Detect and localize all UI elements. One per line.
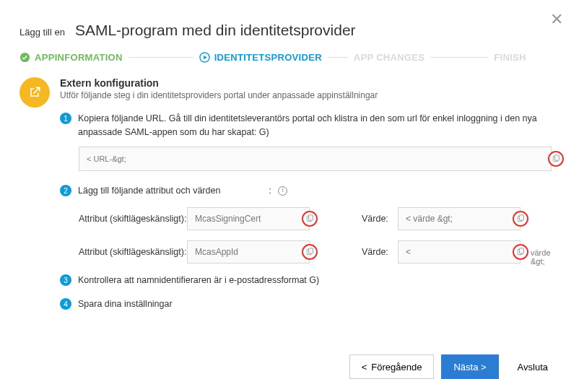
attribute-2-input[interactable] (187, 240, 310, 263)
attribute-label: Attribut (skiftlägeskänsligt): (79, 214, 187, 224)
step-number-1: 1 (60, 113, 71, 124)
copy-val2-button[interactable] (513, 244, 528, 260)
wizard-steps: APPINFORMATION IDENTITETSPROVIDER APP CH… (19, 52, 560, 63)
copy-attr2-button[interactable] (302, 244, 318, 260)
header-prefix: Lägg till en (19, 27, 65, 38)
wizard-step-label: APPINFORMATION (35, 52, 123, 63)
wizard-step-finish: FINISH (494, 52, 526, 63)
copy-icon (516, 248, 525, 256)
wizard-step-idp: IDENTITETSPROVIDER (199, 52, 322, 63)
info-icon[interactable]: i (278, 186, 287, 196)
next-button[interactable]: Nästa > (441, 354, 498, 379)
svg-rect-7 (520, 215, 524, 221)
wizard-step-appinfo: APPINFORMATION (19, 52, 123, 63)
step-4-text: Spara dina inställningar (78, 297, 173, 311)
step-number-2: 2 (60, 185, 71, 196)
section-subtitle: Utför följande steg i din identitetsprov… (60, 90, 560, 100)
step-3-text: Kontrollera att namnidentifieraren är i … (78, 274, 319, 287)
copy-url-button[interactable] (548, 151, 564, 167)
chevron-left-icon: < (362, 362, 367, 373)
step-2-text: Lägg till följande attribut och värden :… (78, 184, 287, 198)
cancel-button-label: Avsluta (518, 362, 548, 373)
check-icon (19, 52, 30, 63)
previous-button-label: Föregående (371, 362, 422, 373)
next-button-label: Nästa > (453, 362, 486, 373)
value-2-input[interactable] (398, 240, 521, 263)
value-label: Värde: (362, 214, 398, 224)
wizard-step-label: IDENTITETSPROVIDER (214, 52, 322, 63)
sso-url-input[interactable] (79, 147, 552, 171)
attribute-1-input[interactable] (187, 207, 310, 230)
attribute-label: Attribut (skiftlägeskänsligt): (79, 247, 187, 257)
copy-icon (305, 214, 314, 223)
header-title: SAML-program med din identitetsprovider (75, 22, 356, 39)
close-button[interactable]: ✕ (550, 10, 563, 29)
copy-val1-button[interactable] (513, 211, 528, 227)
play-icon (199, 52, 210, 63)
svg-rect-11 (520, 248, 524, 254)
step-number-3: 3 (60, 274, 71, 286)
copy-icon (305, 248, 314, 256)
cancel-button[interactable]: Avsluta (506, 354, 560, 379)
svg-rect-3 (555, 154, 560, 160)
svg-rect-5 (309, 215, 313, 221)
external-link-icon (19, 77, 50, 108)
value-label: Värde: (362, 247, 398, 257)
svg-rect-9 (309, 248, 313, 254)
previous-button[interactable]: < Föregående (349, 354, 435, 379)
copy-icon (516, 214, 525, 223)
wizard-step-label: FINISH (494, 52, 526, 63)
copy-attr1-button[interactable] (302, 211, 318, 227)
dialog-header: Lägg till en SAML-program med din identi… (19, 22, 560, 39)
step-number-4: 4 (60, 298, 71, 310)
section-title: Extern konfiguration (60, 77, 560, 89)
value-1-input[interactable] (398, 207, 521, 230)
wizard-step-appchanges: APP CHANGES (354, 52, 425, 63)
copy-icon (552, 154, 560, 163)
value-2-overflow: värde &gt; (531, 248, 551, 266)
step-1-text: Kopiera följande URL. Gå till din identi… (78, 112, 560, 139)
wizard-step-label: APP CHANGES (354, 52, 425, 63)
